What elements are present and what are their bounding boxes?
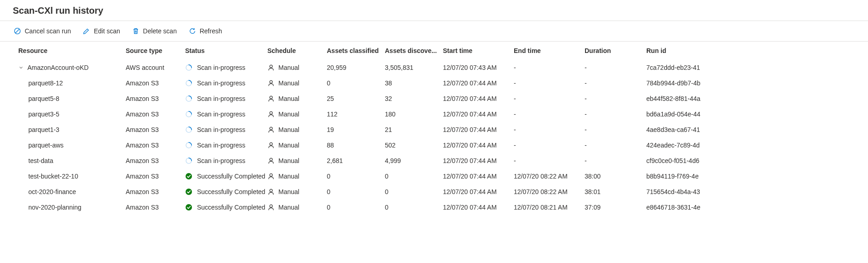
assets-discovered-cell: 0 (385, 184, 443, 200)
table-row[interactable]: test-dataAmazon S3Scan in-progressManual… (18, 153, 855, 168)
assets-classified-cell: 88 (327, 137, 385, 153)
col-assets-discovered[interactable]: Assets discove... (385, 42, 443, 60)
svg-point-17 (270, 174, 272, 176)
start-time-cell: 12/07/20 07:44 AM (443, 200, 514, 215)
person-icon (267, 126, 275, 133)
table-row[interactable]: parquet1-3Amazon S3Scan in-progressManua… (18, 122, 855, 137)
success-check-icon (185, 173, 192, 180)
assets-discovered-cell: 0 (385, 200, 443, 215)
svg-point-20 (186, 204, 192, 210)
schedule-text: Manual (278, 126, 299, 133)
person-icon (267, 110, 275, 118)
resource-name: parquet3-5 (28, 110, 59, 118)
toolbar: Cancel scan run Edit scan Delete scan Re… (0, 21, 868, 41)
col-duration[interactable]: Duration (585, 42, 646, 60)
resource-name: oct-2020-finance (28, 188, 76, 195)
table-row[interactable]: parquet3-5Amazon S3Scan in-progressManua… (18, 106, 855, 122)
duration-cell: 38:01 (585, 184, 646, 200)
table-header-row: Resource Source type Status Schedule Ass… (18, 42, 855, 60)
table-row[interactable]: oct-2020-financeAmazon S3Successfully Co… (18, 184, 855, 200)
cancel-scan-run-button[interactable]: Cancel scan run (13, 26, 72, 37)
col-assets-classified[interactable]: Assets classified (327, 42, 385, 60)
assets-discovered-cell: 180 (385, 106, 443, 122)
chevron-down-icon[interactable] (18, 65, 26, 70)
refresh-button[interactable]: Refresh (188, 26, 223, 37)
col-resource[interactable]: Resource (18, 42, 126, 60)
col-status[interactable]: Status (185, 42, 267, 60)
run-id-cell: 715654cd-4b4a-43 (646, 184, 855, 200)
duration-cell: - (585, 60, 646, 75)
source-type-cell: Amazon S3 (126, 184, 185, 200)
source-type-cell: Amazon S3 (126, 153, 185, 168)
resource-name: test-bucket-22-10 (28, 173, 78, 180)
schedule-text: Manual (278, 95, 299, 102)
resource-name: parquet5-8 (28, 95, 59, 102)
start-time-cell: 12/07/20 07:44 AM (443, 153, 514, 168)
status-text: Scan in-progress (197, 126, 245, 133)
col-source-type[interactable]: Source type (126, 42, 185, 60)
status-text: Scan in-progress (197, 64, 245, 71)
end-time-cell: 12/07/20 08:22 AM (514, 184, 585, 200)
col-run-id[interactable]: Run id (646, 42, 855, 60)
resource-name: test-data (28, 157, 53, 164)
table-row[interactable]: test-bucket-22-10Amazon S3Successfully C… (18, 168, 855, 184)
person-icon (267, 157, 275, 164)
toolbar-label: Edit scan (94, 27, 120, 35)
table-row[interactable]: parquet5-8Amazon S3Scan in-progressManua… (18, 91, 855, 106)
spinner-icon (185, 95, 192, 102)
schedule-text: Manual (278, 188, 299, 195)
table-row[interactable]: AmazonAccount-oKDAWS accountScan in-prog… (18, 60, 855, 75)
person-icon (267, 95, 275, 102)
col-schedule[interactable]: Schedule (267, 42, 327, 60)
duration-cell: 37:09 (585, 200, 646, 215)
start-time-cell: 12/07/20 07:44 AM (443, 184, 514, 200)
assets-discovered-cell: 38 (385, 75, 443, 91)
svg-point-18 (186, 189, 192, 195)
svg-point-5 (270, 80, 272, 83)
source-type-cell: Amazon S3 (126, 91, 185, 106)
col-end-time[interactable]: End time (514, 42, 585, 60)
col-start-time[interactable]: Start time (443, 42, 514, 60)
svg-point-15 (270, 158, 272, 161)
assets-discovered-cell: 502 (385, 137, 443, 153)
run-id-cell: eb44f582-8f81-44a (646, 91, 855, 106)
svg-point-7 (270, 96, 272, 99)
start-time-cell: 12/07/20 07:44 AM (443, 91, 514, 106)
toolbar-label: Cancel scan run (25, 27, 71, 35)
duration-cell: - (585, 122, 646, 137)
spinner-icon (185, 126, 192, 133)
status-text: Successfully Completed (197, 173, 265, 180)
spinner-icon (185, 79, 192, 87)
source-type-cell: Amazon S3 (126, 168, 185, 184)
source-type-cell: AWS account (126, 60, 185, 75)
svg-point-11 (270, 127, 272, 130)
svg-point-19 (270, 189, 272, 192)
assets-classified-cell: 2,681 (327, 153, 385, 168)
status-text: Successfully Completed (197, 188, 265, 195)
source-type-cell: Amazon S3 (126, 75, 185, 91)
duration-cell: 38:00 (585, 168, 646, 184)
resource-name: AmazonAccount-oKD (27, 64, 89, 71)
person-icon (267, 204, 275, 211)
person-icon (267, 173, 275, 180)
duration-cell: - (585, 137, 646, 153)
source-type-cell: Amazon S3 (126, 106, 185, 122)
assets-classified-cell: 25 (327, 91, 385, 106)
table-row[interactable]: nov-2020-planningAmazon S3Successfully C… (18, 200, 855, 215)
page-title: Scan-CXl run history (0, 0, 868, 21)
table-row[interactable]: parquet8-12Amazon S3Scan in-progressManu… (18, 75, 855, 91)
duration-cell: - (585, 75, 646, 91)
assets-discovered-cell: 4,999 (385, 153, 443, 168)
start-time-cell: 12/07/20 07:44 AM (443, 106, 514, 122)
table-row[interactable]: parquet-awsAmazon S3Scan in-progressManu… (18, 137, 855, 153)
delete-scan-button[interactable]: Delete scan (131, 26, 178, 37)
schedule-text: Manual (278, 142, 299, 149)
edit-scan-button[interactable]: Edit scan (82, 26, 121, 37)
person-icon (267, 64, 275, 71)
end-time-cell: - (514, 91, 585, 106)
person-icon (267, 142, 275, 149)
spinner-icon (185, 64, 192, 71)
run-id-cell: 4ae8d3ea-ca67-41 (646, 122, 855, 137)
schedule-text: Manual (278, 173, 299, 180)
cancel-icon (14, 27, 21, 35)
